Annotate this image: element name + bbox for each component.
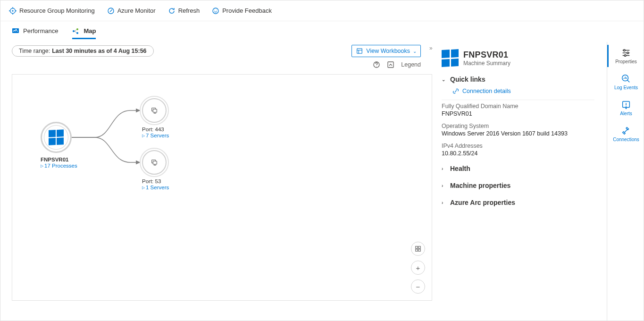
- fit-to-screen-button[interactable]: [411, 242, 425, 256]
- map-node-port-443-servers-link[interactable]: ▷7 Servers: [142, 133, 199, 138]
- divider: [442, 100, 594, 100]
- triangle-right-icon: ▷: [41, 164, 43, 168]
- legend-button[interactable]: Legend: [401, 61, 421, 68]
- resource-group-monitoring-button[interactable]: Resource Group Monitoring: [9, 7, 95, 15]
- refresh-button[interactable]: Refresh: [168, 7, 200, 15]
- map-node-port-443[interactable]: Port: 443 ▷7 Servers: [142, 98, 199, 138]
- svg-point-7: [73, 30, 75, 32]
- link-icon: [452, 87, 460, 95]
- connection-details-link[interactable]: Connection details: [452, 87, 594, 95]
- map-canvas[interactable]: FNPSVR01 ▷17 Processes Port: 443 ▷7 Serv…: [12, 74, 432, 301]
- map-icon: [72, 27, 80, 35]
- windows-icon: [442, 50, 459, 67]
- map-node-port-53[interactable]: Port: 53 ▷1 Servers: [142, 150, 199, 190]
- canvas-controls: + −: [411, 242, 425, 294]
- panel-subtitle: Machine Summary: [463, 60, 510, 67]
- provide-feedback-button[interactable]: Provide Feedback: [212, 7, 272, 15]
- svg-point-27: [626, 106, 627, 107]
- triangle-right-icon: ▷: [142, 134, 145, 138]
- map-node-port-53-servers-link[interactable]: ▷1 Servers: [142, 185, 199, 190]
- svg-point-3: [213, 8, 218, 14]
- time-range-prefix: Time range:: [19, 48, 50, 54]
- azure-monitor-label: Azure Monitor: [117, 7, 156, 14]
- svg-rect-16: [152, 160, 156, 163]
- refresh-label: Refresh: [178, 7, 200, 14]
- provide-feedback-label: Provide Feedback: [222, 7, 272, 14]
- ipv4-value: 10.80.2.55/24: [442, 150, 594, 157]
- right-rail: Properties Log Events Alerts Connections: [607, 42, 644, 321]
- workbook-icon: [356, 47, 363, 55]
- rail-log-events[interactable]: Log Events: [607, 71, 644, 93]
- svg-point-9: [76, 32, 78, 34]
- svg-rect-13: [388, 62, 393, 68]
- chevron-right-icon: ›: [442, 166, 446, 171]
- svg-rect-15: [153, 109, 157, 112]
- chevron-down-icon: ⌄: [442, 77, 446, 82]
- os-key: Operating System: [442, 123, 594, 129]
- search-chart-icon: [621, 74, 631, 84]
- fqdn-key: Fully Qualified Domain Name: [442, 103, 594, 110]
- tab-map[interactable]: Map: [72, 25, 96, 39]
- fqdn-value: FNPSVR01: [442, 110, 594, 117]
- svg-point-22: [624, 50, 626, 51]
- command-bar: Resource Group Monitoring Azure Monitor …: [0, 0, 644, 21]
- target-icon: [9, 7, 17, 15]
- view-workbooks-button[interactable]: View Workbooks ⌄: [351, 45, 421, 57]
- svg-rect-17: [153, 161, 157, 164]
- svg-rect-20: [416, 249, 418, 251]
- rail-alerts[interactable]: Alerts: [607, 97, 644, 119]
- alert-icon: [621, 100, 631, 110]
- tab-map-label: Map: [84, 27, 96, 34]
- panel-title: FNPSVR01: [463, 50, 510, 60]
- zoom-out-button[interactable]: −: [411, 279, 425, 294]
- machine-summary-panel: » FNPSVR01 Machine Summary ⌄ Quick links: [432, 42, 607, 321]
- chevron-right-icon: ›: [442, 183, 446, 188]
- sliders-icon: [621, 48, 631, 58]
- azure-monitor-icon: [107, 7, 115, 15]
- triangle-right-icon: ▷: [142, 186, 145, 190]
- refresh-icon: [168, 7, 176, 15]
- map-node-machine-label: FNPSVR01: [41, 157, 68, 162]
- time-range-value: Last 30 minutes as of 4 Aug 15:56: [52, 48, 146, 54]
- map-node-machine-processes-link[interactable]: ▷17 Processes: [41, 163, 97, 169]
- svg-point-12: [376, 67, 377, 67]
- os-value: Windows Server 2016 Version 1607 build 1…: [442, 130, 594, 137]
- time-range-picker[interactable]: Time range: Last 30 minutes as of 4 Aug …: [12, 45, 154, 57]
- tab-performance[interactable]: Performance: [12, 25, 58, 39]
- view-workbooks-label: View Workbooks: [366, 48, 410, 54]
- rail-connections[interactable]: Connections: [607, 123, 644, 145]
- section-quick-links[interactable]: ⌄ Quick links: [442, 73, 594, 85]
- rail-properties[interactable]: Properties: [607, 45, 644, 67]
- ipv4-key: IPv4 Addresses: [442, 143, 594, 149]
- help-icon[interactable]: [373, 61, 380, 68]
- section-health[interactable]: › Health: [442, 162, 594, 175]
- resource-group-monitoring-label: Resource Group Monitoring: [19, 7, 95, 14]
- svg-point-1: [12, 10, 13, 11]
- map-node-port-53-label: Port: 53: [142, 178, 199, 184]
- svg-point-23: [627, 52, 629, 54]
- map-node-machine[interactable]: FNPSVR01 ▷17 Processes: [41, 122, 97, 169]
- svg-point-24: [624, 55, 626, 57]
- svg-rect-14: [152, 108, 156, 111]
- canvas-toolbar: Legend: [0, 61, 432, 71]
- svg-rect-21: [418, 249, 420, 251]
- svg-point-4: [214, 9, 215, 10]
- performance-icon: [12, 27, 19, 35]
- azure-monitor-button[interactable]: Azure Monitor: [107, 7, 156, 15]
- map-node-port-443-label: Port: 443: [142, 127, 199, 132]
- connections-icon: [621, 126, 631, 136]
- section-azure-arc-properties[interactable]: › Azure Arc properties: [442, 196, 594, 209]
- windows-icon: [49, 130, 64, 145]
- collapse-up-icon[interactable]: [387, 61, 394, 68]
- chevron-right-icon: ›: [442, 200, 446, 205]
- smile-icon: [212, 7, 219, 15]
- chevron-down-icon: ⌄: [413, 49, 417, 54]
- svg-rect-19: [418, 246, 420, 248]
- collapse-panel-button[interactable]: »: [429, 45, 433, 51]
- svg-rect-10: [357, 49, 362, 54]
- section-machine-properties[interactable]: › Machine properties: [442, 179, 594, 192]
- controls-row: Time range: Last 30 minutes as of 4 Aug …: [0, 42, 432, 61]
- tab-performance-label: Performance: [23, 27, 58, 34]
- svg-point-5: [217, 9, 217, 10]
- zoom-in-button[interactable]: +: [411, 261, 425, 275]
